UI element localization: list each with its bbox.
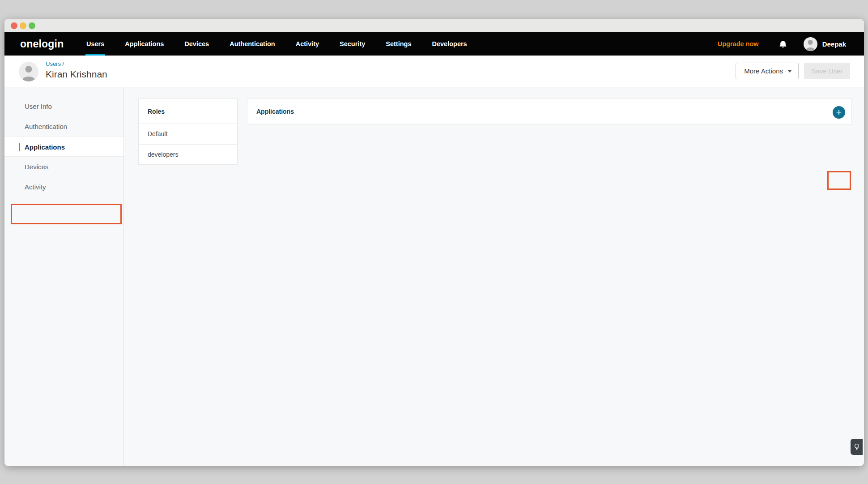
role-row-default[interactable]: Default bbox=[139, 124, 237, 144]
nav-tab-developers[interactable]: Developers bbox=[432, 32, 467, 56]
sidebar-item-devices[interactable]: Devices bbox=[4, 157, 123, 177]
sidebar-item-user-info[interactable]: User Info bbox=[4, 96, 123, 116]
roles-panel: Roles Default developers bbox=[138, 99, 238, 165]
more-actions-button[interactable]: More Actions bbox=[736, 63, 799, 79]
nav-tab-activity[interactable]: Activity bbox=[296, 32, 319, 56]
applications-panel-title: Applications bbox=[247, 99, 851, 125]
user-avatar bbox=[19, 62, 38, 81]
nav-tab-settings[interactable]: Settings bbox=[386, 32, 411, 56]
navbar-right-group: Upgrade now Deepak bbox=[718, 32, 846, 56]
top-navbar: onelogin Users Applications Devices Auth… bbox=[4, 32, 864, 56]
primary-nav: Users Applications Devices Authenticatio… bbox=[86, 32, 467, 56]
annotation-box-add-button bbox=[827, 171, 851, 190]
onelogin-logo: onelogin bbox=[20, 32, 64, 56]
close-button[interactable] bbox=[11, 22, 17, 29]
account-avatar[interactable] bbox=[804, 37, 817, 51]
user-section-sidebar: User Info Authentication Applications De… bbox=[4, 87, 124, 466]
account-name[interactable]: Deepak bbox=[822, 40, 846, 48]
more-actions-label: More Actions bbox=[744, 67, 783, 75]
breadcrumb[interactable]: Users / bbox=[46, 60, 64, 67]
minimize-button[interactable] bbox=[20, 22, 26, 29]
role-row-developers[interactable]: developers bbox=[139, 144, 237, 164]
applications-panel: Applications + bbox=[247, 98, 852, 124]
notification-bell-icon[interactable] bbox=[779, 39, 787, 49]
sidebar-item-applications[interactable]: Applications bbox=[4, 137, 123, 157]
zoom-button[interactable] bbox=[29, 22, 35, 29]
sidebar-item-authentication[interactable]: Authentication bbox=[4, 116, 123, 137]
lightbulb-icon bbox=[854, 443, 859, 451]
plus-icon: + bbox=[836, 107, 842, 117]
upgrade-now-link[interactable]: Upgrade now bbox=[718, 40, 759, 47]
page-title: Kiran Krishnan bbox=[46, 69, 107, 80]
content-area: User Info Authentication Applications De… bbox=[4, 87, 864, 466]
user-page-header: Users / Kiran Krishnan More Actions Save… bbox=[4, 56, 864, 87]
add-application-button[interactable]: + bbox=[833, 106, 845, 119]
window-titlebar bbox=[4, 19, 864, 32]
sidebar-item-label: Applications bbox=[25, 143, 65, 151]
nav-tab-users[interactable]: Users bbox=[86, 32, 104, 56]
nav-tab-applications[interactable]: Applications bbox=[125, 32, 164, 56]
browser-window: onelogin Users Applications Devices Auth… bbox=[4, 19, 864, 466]
nav-tab-devices[interactable]: Devices bbox=[184, 32, 209, 56]
chevron-down-icon bbox=[787, 70, 792, 73]
nav-tab-security[interactable]: Security bbox=[340, 32, 365, 56]
help-lightbulb-tab[interactable] bbox=[851, 439, 863, 455]
nav-tab-authentication[interactable]: Authentication bbox=[230, 32, 275, 56]
active-indicator-bar bbox=[19, 143, 20, 151]
sidebar-item-activity[interactable]: Activity bbox=[4, 177, 123, 197]
save-user-button: Save User bbox=[804, 63, 850, 79]
roles-panel-title: Roles bbox=[139, 99, 237, 124]
